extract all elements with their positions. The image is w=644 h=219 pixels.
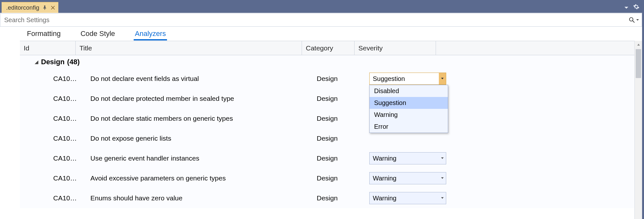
cell-id: CA10…	[53, 194, 90, 202]
cell-title: Do not expose generic lists	[90, 135, 317, 142]
cell-title: Avoid excessive parameters on generic ty…	[90, 174, 317, 182]
cell-id: CA10…	[53, 75, 90, 83]
severity-value: Warning	[373, 155, 397, 162]
chevron-down-icon[interactable]	[439, 73, 446, 84]
cell-title: Do not declare protected member in seale…	[90, 95, 317, 102]
column-header-spacer	[436, 41, 634, 55]
severity-option-warning[interactable]: Warning	[370, 109, 448, 121]
scroll-thumb[interactable]	[636, 49, 641, 78]
severity-option-suggestion[interactable]: Suggestion	[370, 97, 448, 109]
table-row[interactable]: CA10… Do not declare static members on g…	[20, 109, 634, 128]
close-icon[interactable]	[51, 5, 55, 10]
tab-code-style[interactable]: Code Style	[79, 28, 117, 40]
table-row[interactable]: CA10… Use generic event handler instance…	[20, 148, 634, 168]
severity-value: Warning	[373, 175, 397, 182]
chevron-down-icon[interactable]	[439, 172, 446, 184]
document-tab-label: .editorconfig	[6, 4, 39, 11]
table-row[interactable]: CA10… Do not declare protected member in…	[20, 89, 634, 109]
severity-dropdown: Disabled Suggestion Warning Error	[369, 85, 448, 133]
vertical-scrollbar[interactable]	[634, 41, 642, 219]
cell-title: Enums should have zero value	[90, 194, 317, 202]
column-header-title[interactable]: Title	[76, 41, 302, 55]
group-count: (48)	[67, 58, 79, 66]
document-tab[interactable]: .editorconfig	[2, 2, 58, 13]
table-row[interactable]: CA10… Do not declare event fields as vir…	[20, 69, 634, 89]
cell-title: Use generic event handler instances	[90, 154, 317, 162]
group-row-design[interactable]: ◢ Design (48)	[20, 55, 634, 69]
cell-category: Design	[317, 95, 369, 102]
severity-select[interactable]: Warning	[369, 172, 446, 184]
cell-category: Design	[317, 115, 369, 122]
cell-category: Design	[317, 174, 369, 182]
column-header-category[interactable]: Category	[302, 41, 355, 55]
cell-id: CA10…	[53, 115, 90, 122]
analyzers-grid: Id Title Category Severity ◢ Design (48)…	[20, 41, 634, 219]
grid-header: Id Title Category Severity	[20, 41, 634, 55]
group-name: Design	[41, 58, 64, 66]
chevron-down-icon[interactable]	[439, 192, 446, 204]
titlebar: .editorconfig	[0, 2, 642, 13]
pin-icon[interactable]	[43, 5, 47, 10]
cell-id: CA10…	[53, 95, 90, 102]
dropdown-icon[interactable]	[624, 4, 629, 11]
severity-select[interactable]: Warning	[369, 192, 446, 204]
cell-category: Design	[317, 75, 369, 83]
cell-category: Design	[317, 154, 369, 162]
column-header-severity[interactable]: Severity	[355, 41, 436, 55]
gear-icon[interactable]	[633, 4, 640, 12]
severity-select[interactable]: Suggestion Disabled Suggestion Warning E…	[369, 73, 446, 85]
cell-category: Design	[317, 194, 369, 202]
cell-title: Do not declare static members on generic…	[90, 115, 317, 122]
search-bar	[0, 13, 642, 27]
severity-option-error[interactable]: Error	[370, 121, 448, 133]
severity-value: Suggestion	[373, 75, 405, 83]
tab-formatting[interactable]: Formatting	[25, 28, 63, 40]
severity-select[interactable]: Warning	[369, 152, 446, 164]
table-row[interactable]: CA10… Enums should have zero value Desig…	[20, 188, 634, 208]
cell-category: Design	[317, 135, 369, 142]
nav-tabs: Formatting Code Style Analyzers	[0, 27, 642, 41]
search-input[interactable]	[4, 16, 628, 24]
scroll-up-icon[interactable]	[635, 41, 642, 48]
chevron-down-icon[interactable]	[439, 153, 446, 164]
expander-icon[interactable]: ◢	[35, 59, 38, 65]
search-icon[interactable]	[628, 16, 639, 23]
cell-id: CA10…	[53, 135, 90, 142]
tab-analyzers[interactable]: Analyzers	[133, 28, 168, 40]
table-row[interactable]: CA10… Avoid excessive parameters on gene…	[20, 168, 634, 188]
column-header-id[interactable]: Id	[20, 41, 76, 55]
svg-line-1	[633, 21, 635, 23]
severity-value: Warning	[373, 195, 397, 202]
severity-option-disabled[interactable]: Disabled	[370, 85, 448, 97]
table-row[interactable]: CA10… Do not expose generic lists Design	[20, 128, 634, 148]
svg-point-0	[630, 18, 633, 21]
cell-id: CA10…	[53, 174, 90, 182]
cell-id: CA10…	[53, 154, 90, 162]
cell-title: Do not declare event fields as virtual	[90, 75, 317, 83]
